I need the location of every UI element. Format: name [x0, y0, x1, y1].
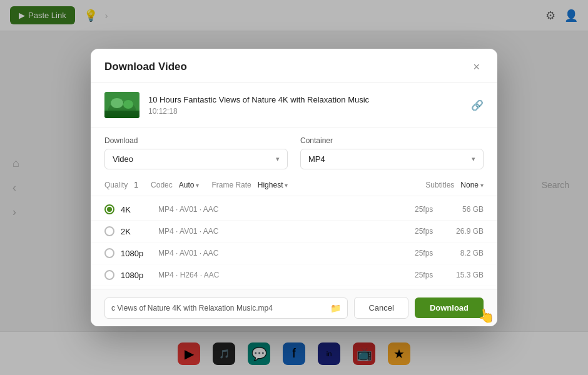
radio-button[interactable] [104, 226, 114, 236]
svg-point-3 [123, 100, 133, 109]
download-button[interactable]: Download 👆 [415, 298, 484, 318]
download-type-chevron: ▾ [276, 155, 280, 163]
folder-icon[interactable]: 📁 [330, 303, 341, 313]
quality-row[interactable]: 1080pMP4 · H264 · AAC25fps15.3 GB [91, 264, 497, 286]
quality-codec: MP4 · AV01 · AAC [158, 227, 415, 236]
quality-name: 1080p [121, 271, 158, 280]
options-row: Download Video ▾ Container MP4 ▾ [91, 128, 497, 176]
download-type-value: Video [113, 154, 133, 164]
subtitles-filter-label: Subtitles [425, 181, 454, 189]
frame-rate-filter[interactable]: Frame Rate Highest ▾ [211, 181, 288, 189]
quality-row[interactable]: 1080pMP4 · AV01 · AAC25fps8.2 GB [91, 242, 497, 264]
quality-list: 4KMP4 · AV01 · AAC25fps56 GB2KMP4 · AV01… [91, 196, 497, 289]
quality-fps: 25fps [415, 249, 449, 258]
quality-fps: 25fps [415, 227, 449, 236]
subtitles-filter[interactable]: Subtitles None ▾ [425, 181, 484, 189]
download-button-label: Download [430, 303, 469, 312]
filename-box: c Views of Nature 4K with Relaxation Mus… [104, 298, 348, 319]
frame-rate-filter-value: Highest [258, 181, 283, 189]
video-meta: 10 Hours Fantastic Views of Nature 4K wi… [148, 94, 462, 116]
quality-filter-label: Quality [104, 181, 128, 189]
quality-fps: 25fps [415, 271, 449, 279]
video-info-row: 10 Hours Fantastic Views of Nature 4K wi… [91, 83, 497, 128]
container-label: Container [300, 136, 484, 145]
quality-name: 2K [121, 227, 158, 236]
modal-title: Download Video [104, 61, 187, 73]
frame-rate-chevron-icon: ▾ [285, 182, 288, 189]
modal-overlay: Download Video × 10 Hours Fantastic View… [0, 0, 588, 375]
codec-chevron-icon: ▾ [196, 182, 199, 189]
video-duration: 10:12:18 [148, 107, 462, 116]
container-chevron: ▾ [472, 155, 475, 163]
download-type-select[interactable]: Video ▾ [104, 149, 288, 169]
link-icon[interactable]: 🔗 [471, 99, 484, 111]
quality-codec: MP4 · AV01 · AAC [158, 249, 415, 258]
download-video-modal: Download Video × 10 Hours Fantastic View… [91, 49, 497, 326]
quality-fps: 25fps [415, 205, 449, 214]
frame-rate-filter-label: Frame Rate [211, 181, 251, 189]
quality-size: 8.2 GB [449, 249, 484, 258]
radio-button[interactable] [104, 204, 114, 214]
modal-footer: c Views of Nature 4K with Relaxation Mus… [91, 289, 497, 326]
filters-row: Quality 1 Codec Auto ▾ Frame Rate Highes… [91, 176, 497, 196]
quality-size: 56 GB [449, 205, 484, 214]
quality-size: 15.3 GB [449, 271, 484, 279]
video-title: 10 Hours Fantastic Views of Nature 4K wi… [148, 94, 462, 106]
quality-filter-value: 1 [134, 181, 138, 189]
container-value: MP4 [308, 154, 325, 164]
app-background: ▶ Paste Link 💡 › ⚙ 👤 ⌂ ‹ › Search ▶ 🎵 💬 … [0, 0, 588, 375]
svg-point-2 [111, 98, 123, 108]
download-type-label: Download [104, 136, 288, 145]
quality-size: 26.9 GB [449, 227, 484, 236]
filename-text: c Views of Nature 4K with Relaxation Mus… [111, 304, 327, 312]
modal-close-button[interactable]: × [469, 60, 484, 74]
quality-codec: MP4 · AV01 · AAC [158, 205, 415, 214]
quality-name: 1080p [121, 249, 158, 258]
modal-header: Download Video × [91, 49, 497, 83]
cursor-hand-icon: 👆 [477, 307, 496, 326]
quality-name: 4K [121, 205, 158, 214]
container-group: Container MP4 ▾ [300, 136, 484, 169]
container-select[interactable]: MP4 ▾ [300, 149, 484, 169]
svg-rect-4 [104, 111, 139, 118]
radio-button[interactable] [104, 270, 114, 280]
codec-filter-label: Codec [151, 181, 173, 189]
radio-button[interactable] [104, 248, 114, 258]
quality-filter: Quality 1 [104, 181, 138, 189]
quality-row[interactable]: 2KMP4 · AV01 · AAC25fps26.9 GB [91, 221, 497, 242]
codec-filter-value: Auto [179, 181, 195, 189]
cancel-button[interactable]: Cancel [354, 297, 408, 319]
subtitles-chevron-icon: ▾ [480, 182, 484, 189]
codec-filter[interactable]: Codec Auto ▾ [151, 181, 199, 189]
quality-row[interactable]: 4KMP4 · AV01 · AAC25fps56 GB [91, 199, 497, 221]
video-thumbnail [104, 92, 139, 118]
download-type-group: Download Video ▾ [104, 136, 288, 169]
quality-codec: MP4 · H264 · AAC [158, 271, 415, 279]
subtitles-filter-value: None [460, 181, 479, 189]
